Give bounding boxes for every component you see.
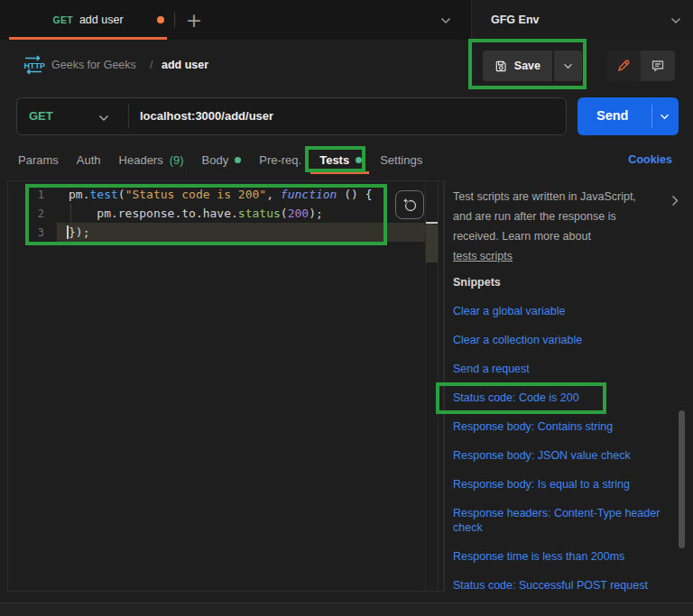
tab-title: add user — [79, 14, 124, 26]
snippet-link[interactable]: Response body: JSON value check — [453, 448, 673, 463]
tab-label: Params — [18, 153, 59, 167]
annotation-box-snippet — [436, 382, 606, 414]
snippet-link[interactable]: Clear a collection variable — [453, 333, 673, 347]
footer-bar — [0, 603, 693, 616]
code-text: pm.test("Status code is 200", function (… — [69, 188, 373, 201]
tests-scripts-link[interactable]: tests scripts — [453, 246, 513, 266]
line-number: 2 — [8, 207, 44, 220]
tab-count: (9) — [170, 153, 184, 167]
send-button[interactable]: Send — [578, 97, 679, 135]
editor-scrollbar-track-right — [438, 181, 439, 591]
tab-label: Pre-req. — [259, 153, 301, 167]
unsaved-changes-dot — [157, 16, 164, 23]
comment-icon — [651, 59, 665, 73]
snippet-link[interactable]: Response headers: Content-Type header ch… — [453, 506, 673, 535]
postbot-button[interactable] — [395, 190, 424, 219]
postbot-icon — [402, 197, 418, 213]
tab-tests[interactable]: Tests — [319, 143, 362, 177]
code-line[interactable]: 2 pm.response.to.have.status(200); — [8, 204, 443, 223]
send-options-chevron-icon[interactable] — [660, 114, 670, 120]
breadcrumb-separator: / — [150, 59, 152, 71]
tab-status-dot — [235, 157, 241, 163]
environment-chevron-icon — [670, 17, 681, 24]
new-tab-button[interactable]: + — [181, 8, 207, 32]
environment-name: GFG Env — [491, 14, 539, 26]
save-button-label: Save — [514, 60, 541, 72]
collapse-panel-chevron-icon[interactable] — [671, 195, 679, 207]
snippets-list: Clear a global variableClear a collectio… — [453, 304, 679, 607]
save-chevron-icon — [563, 63, 573, 69]
breadcrumb-collection[interactable]: Geeks for Geeks — [51, 59, 136, 71]
tab-status-dot — [356, 157, 362, 163]
code-text: pm.response.to.have.status(200); — [69, 207, 323, 220]
tab-label: Tests — [319, 153, 349, 167]
tab-prereq[interactable]: Pre-req. — [259, 143, 301, 177]
environment-selector[interactable]: GFG Env — [471, 0, 693, 40]
snippet-link[interactable]: Response body: Contains string — [453, 419, 673, 434]
http-request-icon: HTTP — [20, 55, 47, 75]
pencil-icon — [616, 59, 631, 73]
request-tab[interactable]: GET add user — [9, 0, 167, 40]
method-selector[interactable]: GET — [29, 109, 53, 123]
snippet-link[interactable]: Clear a global variable — [453, 304, 673, 318]
send-button-label: Send — [596, 108, 628, 123]
test-script-editor: 1pm.test("Status code is 200", function … — [7, 180, 444, 592]
tab-headers[interactable]: Headers(9) — [119, 143, 184, 177]
snippets-title: Snippets — [453, 276, 501, 289]
url-input[interactable]: localhost:3000/add/user — [140, 109, 273, 123]
tab-label: Headers — [119, 153, 163, 167]
breadcrumb-request-name[interactable]: add user — [162, 59, 208, 71]
snippet-link[interactable]: Response time is less than 200ms — [453, 549, 673, 564]
tests-description-text: Test scripts are written in JavaScript, … — [453, 190, 636, 243]
send-divider — [651, 105, 652, 128]
tab-divider — [174, 12, 175, 28]
code-line[interactable]: 3}); — [8, 223, 443, 242]
comments-button[interactable] — [641, 51, 675, 81]
postman-window: GET add user + GFG Env HTTP Geeks for Ge… — [0, 0, 693, 616]
editor-scrollbar-thumb[interactable] — [426, 225, 438, 262]
snippets-panel: Test scripts are written in JavaScript, … — [444, 180, 693, 592]
snippet-link[interactable]: Status code: Code is 200 — [453, 391, 673, 405]
active-request-tab-underline — [310, 171, 369, 174]
tab-list-chevron-icon[interactable] — [440, 17, 451, 24]
request-actions-group — [606, 51, 675, 81]
panel-scrollbar-thumb[interactable] — [679, 410, 685, 548]
method-chevron-icon — [98, 115, 109, 122]
tests-description: Test scripts are written in JavaScript, … — [453, 187, 655, 266]
save-button-group: Save — [483, 51, 582, 81]
request-tabs: ParamsAuthHeaders(9)BodyPre-req.TestsSet… — [18, 143, 422, 177]
svg-text:HTTP: HTTP — [24, 61, 46, 70]
tab-label: Settings — [380, 153, 422, 167]
snippet-link[interactable]: Status code: Successful POST request — [453, 578, 673, 593]
line-number: 1 — [8, 188, 44, 201]
snippet-link[interactable]: Response body: Is equal to a string — [453, 477, 673, 492]
save-icon — [494, 60, 508, 73]
tab-label: Auth — [77, 153, 101, 167]
text-cursor — [67, 225, 69, 239]
tab-method-label: GET — [52, 14, 73, 25]
method-url-divider — [128, 105, 129, 128]
line-number: 3 — [8, 226, 44, 239]
editor-scrollbar-mark — [426, 222, 438, 224]
save-button[interactable]: Save — [483, 51, 552, 81]
code-text: }); — [69, 225, 89, 239]
tab-label: Body — [202, 153, 229, 167]
code-lines: 1pm.test("Status code is 200", function … — [8, 185, 443, 242]
tab-bar: GET add user + GFG Env — [0, 0, 693, 40]
tab-params[interactable]: Params — [18, 143, 59, 177]
snippet-link[interactable]: Send a request — [453, 362, 673, 376]
code-line[interactable]: 1pm.test("Status code is 200", function … — [8, 185, 443, 204]
tab-settings[interactable]: Settings — [380, 143, 422, 177]
rename-button[interactable] — [606, 51, 641, 81]
active-tab-indicator — [9, 37, 167, 40]
tab-auth[interactable]: Auth — [77, 143, 101, 177]
save-options-button[interactable] — [554, 51, 582, 81]
tab-body[interactable]: Body — [202, 143, 242, 177]
cookies-link[interactable]: Cookies — [628, 153, 672, 166]
